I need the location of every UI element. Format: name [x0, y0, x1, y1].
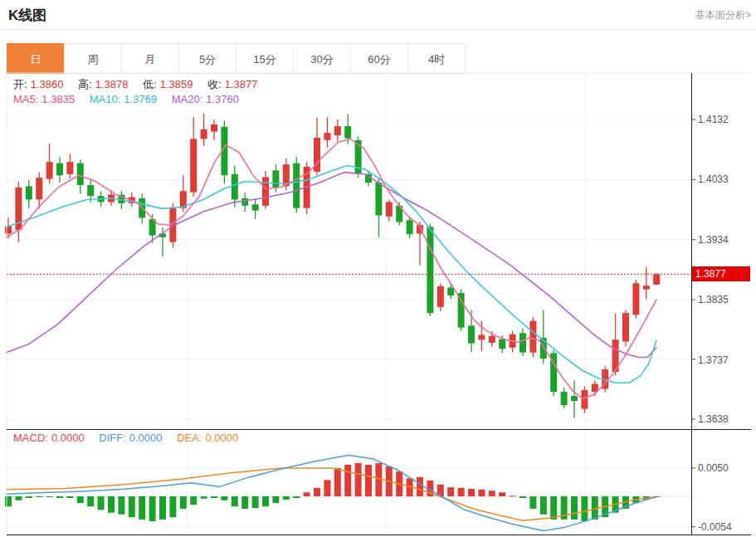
high-label: 高: — [78, 78, 92, 90]
price-tick-3: 1.3934 — [698, 234, 729, 246]
diff-label: DIFF: — [99, 432, 126, 444]
ma10-value: 1.3769 — [124, 93, 157, 105]
price-tick-1: 1.4132 — [698, 114, 729, 125]
open-value: 1.3860 — [31, 78, 64, 90]
price-tick-6: 1.3638 — [698, 413, 729, 425]
ma-legend: MA5:1.3835 MA10:1.3769 MA20:1.3760 — [13, 93, 242, 105]
high-value: 1.3878 — [95, 78, 129, 90]
dea-label: DEA: — [177, 432, 202, 444]
macd-tick-2: -0.0054 — [698, 521, 732, 533]
ma10-label: MA10: — [90, 93, 121, 105]
ma20-label: MA20: — [172, 93, 203, 105]
ohlc-legend: 开:1.3860 高:1.3878 低:1.3859 收:1.3877 — [13, 77, 261, 92]
low-label: 低: — [143, 78, 157, 90]
current-price-tag: 1.3877 — [692, 266, 750, 281]
ma20-value: 1.3760 — [206, 93, 239, 105]
open-label: 开: — [13, 78, 27, 90]
price-tick-4: 1.3835 — [698, 294, 729, 305]
macd-tick-1: 0.0050 — [698, 462, 729, 474]
low-value: 1.3859 — [160, 78, 193, 90]
close-value: 1.3877 — [225, 78, 258, 90]
ma5-label: MA5: — [13, 93, 38, 105]
macd-value: 0.0000 — [51, 432, 85, 444]
price-tick-2: 1.4033 — [698, 173, 729, 185]
macd-legend: MACD:0.0000 DIFF:0.0000 DEA:0.0000 — [13, 432, 241, 444]
diff-value: 0.0000 — [129, 432, 163, 444]
kline-page: K线图 基本面分析> 日 周 月 5分 15分 30分 60分 4时 开:1.3… — [0, 0, 756, 537]
macd-label: MACD: — [13, 432, 48, 444]
close-label: 收: — [207, 78, 222, 90]
dea-value: 0.0000 — [206, 432, 239, 444]
price-tick-5: 1.3737 — [698, 354, 729, 366]
ma5-value: 1.3835 — [41, 93, 75, 105]
